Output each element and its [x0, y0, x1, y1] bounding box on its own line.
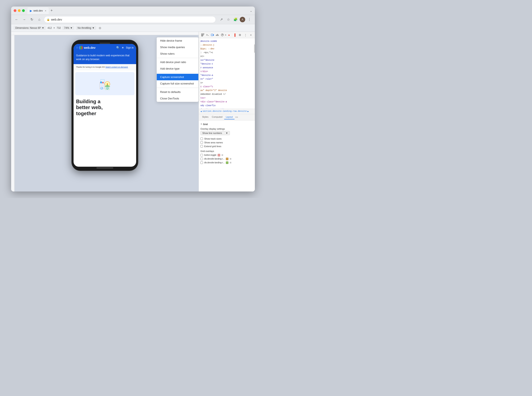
- tree-line: ss="devsite: [199, 58, 255, 62]
- window-control[interactable]: ⌄: [250, 9, 252, 12]
- tree-line: av" depth="2" devsite: [199, 89, 255, 93]
- grid-highlight-icon[interactable]: ⊞: [221, 154, 223, 156]
- active-tab[interactable]: ▶ web.dev ×: [27, 7, 49, 14]
- forward-button[interactable]: →: [21, 17, 27, 23]
- extensions-button[interactable]: 🧩: [233, 17, 238, 23]
- show-line-dropdown-arrow: ▼: [226, 132, 228, 134]
- ctx-reset-defaults[interactable]: Reset to defaults: [157, 89, 198, 95]
- devtools-panel: » ● ▐ ⚙ ⋮ × devsite-sideb --devsite-j: [199, 32, 255, 192]
- new-tab-button[interactable]: +: [50, 8, 53, 13]
- device-toolbar-icon[interactable]: [210, 33, 215, 37]
- grid-highlight-icon-2[interactable]: ⊞: [230, 158, 231, 160]
- ctx-hide-device-frame[interactable]: Hide device frame: [157, 37, 198, 44]
- home-bar: [96, 168, 113, 168]
- show-line-numbers-text: Show line numbers: [202, 132, 222, 134]
- throttle-arrow-icon: ▼: [92, 26, 95, 29]
- hero-text: Guidance to build modern web experiences…: [76, 54, 134, 61]
- height-value: 732: [57, 26, 61, 29]
- url-text: web.dev: [51, 18, 62, 21]
- breadcrumb-left-arrow[interactable]: ◀: [200, 110, 202, 113]
- ctx-capture-full-size[interactable]: Capture full size screenshot: [157, 80, 198, 87]
- error-indicator: ●: [227, 33, 231, 37]
- home-button[interactable]: ⌂: [36, 17, 42, 23]
- rotate-icon[interactable]: ⊙: [98, 26, 102, 30]
- site-hero: Guidance to build modern web experiences…: [74, 52, 136, 64]
- warning-indicator: ▐: [232, 33, 237, 37]
- url-bar[interactable]: 🔒 web.dev: [44, 16, 216, 23]
- theme-icon[interactable]: ☀: [121, 46, 124, 49]
- back-button[interactable]: ←: [14, 17, 20, 23]
- announce-link[interactable]: Watch content on-demand.: [105, 66, 128, 68]
- ctx-show-rulers[interactable]: Show rulers: [157, 50, 198, 57]
- show-area-names-checkbox[interactable]: [200, 141, 203, 144]
- search-icon[interactable]: 🔍: [116, 46, 120, 49]
- overlay-devsite-1-checkbox[interactable]: [200, 158, 203, 160]
- bookmark-button[interactable]: ☆: [226, 17, 231, 23]
- show-line-numbers-dropdown[interactable]: Show line numbers ▼: [200, 131, 230, 135]
- devtools-controls: ● ▐ ⚙ ⋮ ×: [227, 33, 253, 37]
- panel-tabs-overflow[interactable]: >>: [235, 116, 238, 118]
- ctx-close-devtools[interactable]: Close DevTools: [157, 95, 198, 102]
- signin-button[interactable]: Sign in: [126, 46, 134, 49]
- close-button[interactable]: [14, 9, 16, 12]
- tree-line: </div>: [199, 70, 255, 74]
- ctx-divider-2: [157, 73, 198, 73]
- zoom-value: 74%: [64, 26, 69, 29]
- title-bar: ▶ web.dev × + ⌄: [11, 6, 255, 15]
- avatar[interactable]: A: [240, 17, 245, 22]
- close-devtools-button[interactable]: ×: [249, 33, 253, 37]
- grid-highlight-icon-3[interactable]: ⊞: [230, 161, 231, 164]
- svg-point-10: [106, 87, 108, 89]
- share-button[interactable]: ↗: [218, 17, 224, 23]
- ctx-capture-screenshot[interactable]: Capture screenshot: [157, 74, 198, 80]
- ctx-show-media-queries[interactable]: Show media queries: [157, 44, 198, 50]
- performance-tab-icon[interactable]: [220, 33, 224, 37]
- tab-layout[interactable]: Layout: [224, 115, 234, 119]
- svg-rect-12: [202, 35, 203, 35]
- tab-close-button[interactable]: ×: [45, 9, 46, 12]
- svg-rect-5: [100, 82, 102, 83]
- ctx-divider-1: [157, 58, 198, 58]
- overlay-button-toggle-checkbox[interactable]: [200, 154, 203, 156]
- console-tab-icon[interactable]: [205, 33, 210, 37]
- overlay-devsite-2-checkbox[interactable]: [200, 161, 203, 164]
- tree-line: devsite-sideb: [199, 40, 255, 43]
- overlay-row-devsite-landing-1: div.devsite-landing-r... ⊞: [200, 157, 253, 161]
- menu-button[interactable]: ⋮: [246, 17, 252, 23]
- tree-line: toc>: [199, 96, 255, 100]
- main-area: ≡ web.dev 🔍 ☀: [11, 32, 255, 192]
- dimensions-selector[interactable]: Dimensions: Nexus 6P ▼: [14, 26, 46, 30]
- tree-line: "devsite-t: [199, 62, 255, 66]
- tree-line: ody clearfix: [199, 104, 255, 108]
- overlay-settings-label: Overlay display settings: [200, 126, 253, 131]
- overlay-devsite-1-color[interactable]: [226, 158, 228, 160]
- html-tree: devsite-sideb --devsite-j $1px; --dev : …: [199, 38, 255, 109]
- context-menu: Hide device frame Show media queries Sho…: [156, 37, 199, 102]
- tab-styles[interactable]: Styles: [200, 115, 210, 119]
- overlay-button-toggle-color[interactable]: [218, 154, 220, 156]
- devtools-menu-button[interactable]: ⋮: [243, 33, 248, 37]
- tree-line: <div class="devsite-a: [199, 100, 255, 104]
- zoom-selector[interactable]: 74% ▼: [62, 26, 74, 30]
- show-track-sizes-checkbox[interactable]: [200, 137, 203, 140]
- ctx-add-device-type[interactable]: Add device type: [157, 65, 198, 72]
- devtools-tabs-bar: » ● ▐ ⚙ ⋮ ×: [199, 32, 255, 38]
- tabs-overflow-button[interactable]: »: [225, 33, 226, 36]
- network-tab-icon[interactable]: [215, 33, 220, 37]
- extend-grid-lines-checkbox[interactable]: [200, 145, 203, 148]
- refresh-button[interactable]: ↻: [29, 17, 35, 23]
- tab-computed[interactable]: Computed: [210, 115, 224, 119]
- elements-tab-icon[interactable]: [200, 33, 205, 37]
- minimize-button[interactable]: [18, 9, 21, 12]
- overlay-devsite-1-label: div.devsite-landing-r...: [204, 158, 225, 160]
- maximize-button[interactable]: [22, 9, 25, 12]
- grid-overlays-label: Grid overlays: [200, 148, 253, 153]
- width-value: 412: [47, 26, 52, 29]
- settings-button[interactable]: ⚙: [238, 33, 242, 37]
- throttle-selector[interactable]: No throttling ▼: [76, 26, 96, 30]
- overlay-devsite-2-color[interactable]: [226, 161, 228, 164]
- breadcrumb-right-arrow[interactable]: ▶: [248, 110, 249, 113]
- tree-line: c class="c: [199, 85, 255, 89]
- ctx-add-device-pixel-ratio[interactable]: Add device pixel ratio: [157, 59, 198, 65]
- browser-actions: ↗ ☆ 🧩 A ⋮: [218, 17, 252, 23]
